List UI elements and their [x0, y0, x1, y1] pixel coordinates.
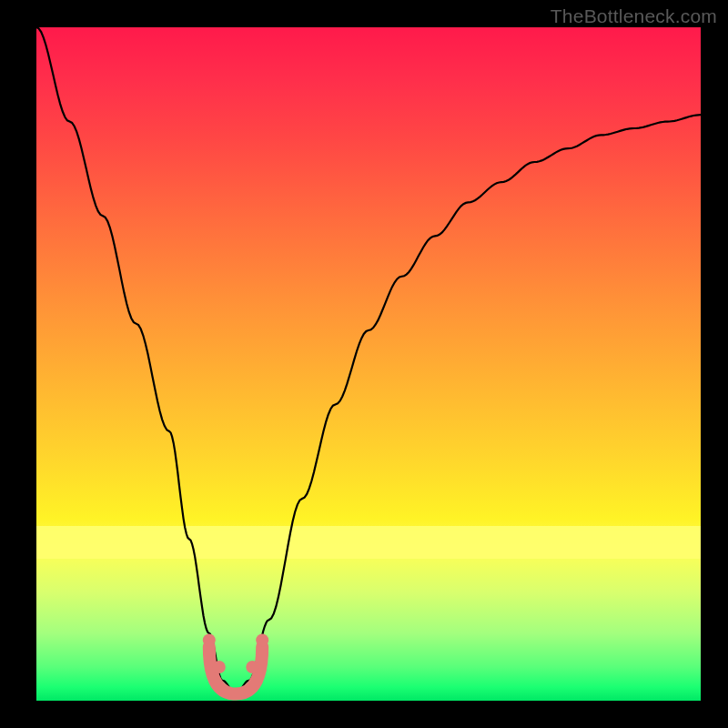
- chart-container: TheBottleneck.com: [0, 0, 728, 728]
- curve-svg: [36, 27, 701, 701]
- watermark-text: TheBottleneck.com: [551, 5, 717, 27]
- bottleneck-curve: [36, 27, 701, 694]
- plot-area: [36, 27, 701, 701]
- minimum-dot: [256, 633, 268, 646]
- minimum-dot: [203, 633, 216, 646]
- minimum-dot: [213, 661, 226, 673]
- minimum-dot: [246, 661, 258, 673]
